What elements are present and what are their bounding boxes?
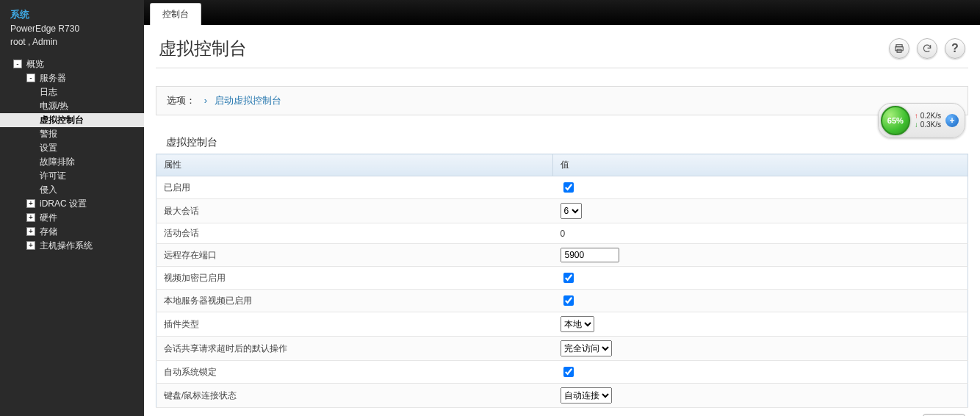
- tree-item-label: 主机操作系统: [40, 240, 93, 252]
- table-row: 键盘/鼠标连接状态自动连接: [156, 384, 968, 408]
- expand-icon[interactable]: +: [26, 227, 35, 236]
- tree-item[interactable]: 侵入: [0, 183, 144, 197]
- tree-item[interactable]: +iDRAC 设置: [0, 197, 144, 211]
- tree-item[interactable]: 故障排除: [0, 155, 144, 169]
- prop-label: 远程存在端口: [156, 244, 553, 267]
- arrow-up-icon: ↑: [915, 112, 918, 120]
- tree-item-label: 侵入: [40, 184, 57, 196]
- prop-label: 插件类型: [156, 312, 553, 337]
- tab-console[interactable]: 控制台: [150, 3, 201, 25]
- tree-item-label: 虚拟控制台: [40, 114, 84, 126]
- select[interactable]: 6: [561, 203, 582, 219]
- readonly-value: 0: [561, 229, 566, 239]
- prop-label: 视频加密已启用: [156, 267, 553, 290]
- table-row: 活动会话0: [156, 223, 968, 244]
- checkbox[interactable]: [563, 273, 574, 283]
- plus-icon[interactable]: +: [945, 114, 959, 127]
- tree-item-label: 服务器: [40, 72, 66, 85]
- checkbox[interactable]: [563, 295, 574, 306]
- col-attr: 属性: [156, 154, 553, 176]
- collapse-icon[interactable]: -: [26, 73, 35, 82]
- tree-item-label: 概览: [26, 58, 44, 71]
- sidebar: 系统 PowerEdge R730 root , Admin -概览-服务器日志…: [0, 0, 144, 416]
- tree-item-label: 日志: [40, 86, 57, 98]
- tree-item-label: 电源/热: [40, 100, 68, 112]
- options-label: 选项：: [167, 95, 195, 106]
- text-input[interactable]: [561, 248, 619, 262]
- prop-value-cell: 6: [553, 199, 968, 223]
- table-row: 最大会话6: [156, 199, 968, 223]
- tree-item[interactable]: +主机操作系统: [0, 239, 144, 253]
- nav-tree: -概览-服务器日志电源/热虚拟控制台警报设置故障排除许可证侵入+iDRAC 设置…: [0, 57, 144, 253]
- prop-value-cell: [553, 267, 968, 290]
- tree-item-label: 故障排除: [40, 156, 75, 168]
- download-rate: 0.3K/s: [920, 121, 941, 129]
- system-user: root , Admin: [10, 35, 134, 49]
- select[interactable]: 本地: [561, 316, 594, 332]
- prop-label: 本地服务器视频已启用: [156, 290, 553, 312]
- prop-label: 自动系统锁定: [156, 361, 553, 384]
- prop-value-cell: 0: [553, 223, 968, 244]
- print-icon[interactable]: [889, 38, 909, 59]
- prop-label: 活动会话: [156, 223, 553, 244]
- expand-icon[interactable]: +: [26, 241, 35, 250]
- prop-label: 最大会话: [156, 199, 553, 223]
- network-widget[interactable]: 65% ↑ 0.2K/s ↓ 0.3K/s +: [878, 103, 965, 138]
- expand-icon[interactable]: +: [26, 213, 35, 222]
- select[interactable]: 自动连接: [561, 387, 612, 404]
- prop-label: 会话共享请求超时后的默认操作: [156, 337, 553, 361]
- main-panel: 控制台 虚拟控制台 ? 选项： › 启动虚拟控制台: [144, 0, 980, 416]
- table-row: 会话共享请求超时后的默认操作完全访问: [156, 337, 968, 361]
- tree-item[interactable]: 虚拟控制台: [0, 113, 144, 127]
- collapse-icon[interactable]: -: [13, 60, 22, 68]
- system-model: PowerEdge R730: [10, 22, 134, 35]
- table-row: 自动系统锁定: [156, 361, 968, 384]
- page-title: 虚拟控制台: [159, 37, 247, 60]
- expand-icon[interactable]: +: [26, 199, 35, 208]
- prop-label: 键盘/鼠标连接状态: [156, 384, 553, 408]
- prop-label: 已启用: [156, 176, 553, 199]
- prop-value-cell: [553, 176, 968, 199]
- page-header: 虚拟控制台 ?: [156, 25, 968, 68]
- tree-item[interactable]: 许可证: [0, 169, 144, 183]
- table-row: 本地服务器视频已启用: [156, 290, 968, 312]
- tree-item[interactable]: +存储: [0, 225, 144, 239]
- help-icon[interactable]: ?: [945, 38, 965, 59]
- tree-item[interactable]: 设置: [0, 141, 144, 155]
- table-row: 视频加密已启用: [156, 267, 968, 290]
- tree-item[interactable]: 电源/热: [0, 99, 144, 113]
- tree-item-label: iDRAC 设置: [40, 198, 87, 210]
- chevron-right-icon: ›: [204, 95, 207, 106]
- table-row: 远程存在端口: [156, 244, 968, 267]
- tree-item[interactable]: -概览: [0, 57, 144, 71]
- prop-value-cell: [553, 361, 968, 384]
- properties-table: 属性 值 已启用最大会话6活动会话0远程存在端口视频加密已启用本地服务器视频已启…: [156, 154, 968, 408]
- tree-item-label: 设置: [40, 142, 57, 154]
- tree-item[interactable]: -服务器: [0, 71, 144, 85]
- section-title: 虚拟控制台: [166, 136, 968, 149]
- svg-rect-1: [896, 47, 904, 51]
- checkbox[interactable]: [563, 367, 574, 377]
- cpu-percent-badge: 65%: [881, 106, 910, 135]
- tree-item[interactable]: 警报: [0, 127, 144, 141]
- launch-console-link[interactable]: 启动虚拟控制台: [215, 95, 281, 106]
- tab-bar: 控制台: [144, 0, 980, 25]
- tree-item[interactable]: 日志: [0, 85, 144, 99]
- prop-value-cell: [553, 290, 968, 312]
- checkbox[interactable]: [563, 182, 574, 193]
- col-val: 值: [553, 154, 968, 176]
- prop-value-cell: 本地: [553, 312, 968, 337]
- tree-item-label: 许可证: [40, 170, 66, 182]
- system-header: 系统 PowerEdge R730 root , Admin: [0, 4, 144, 53]
- options-bar: 选项： › 启动虚拟控制台: [156, 86, 968, 115]
- tree-item[interactable]: +硬件: [0, 211, 144, 225]
- arrow-down-icon: ↓: [915, 121, 918, 129]
- tree-item-label: 警报: [40, 128, 57, 140]
- system-label: 系统: [10, 7, 134, 22]
- refresh-icon[interactable]: [917, 38, 937, 59]
- prop-value-cell: [553, 244, 968, 267]
- net-stats: ↑ 0.2K/s ↓ 0.3K/s: [915, 112, 941, 129]
- table-row: 插件类型本地: [156, 312, 968, 337]
- select[interactable]: 完全访问: [561, 340, 612, 356]
- prop-value-cell: 完全访问: [553, 337, 968, 361]
